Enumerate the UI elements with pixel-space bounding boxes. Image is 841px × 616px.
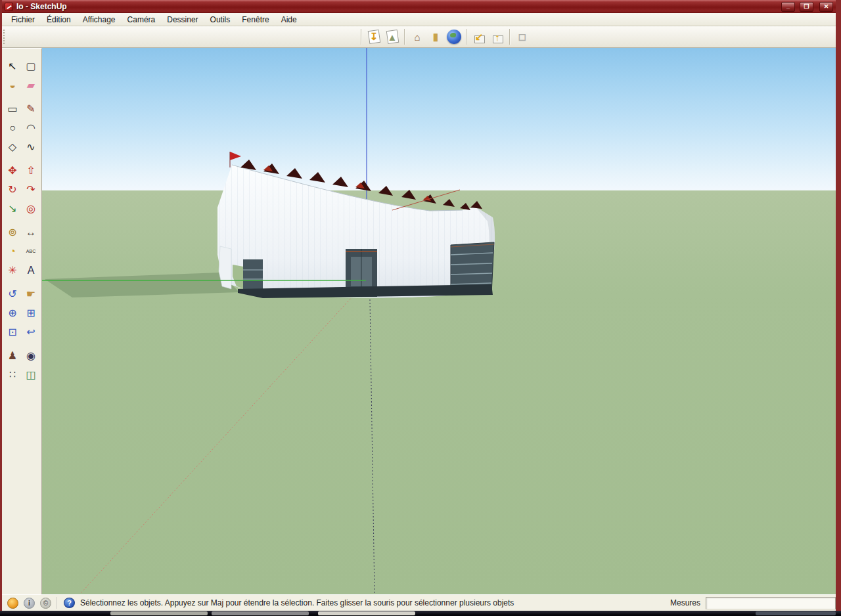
tool-follow-me-button[interactable]: ↷	[22, 180, 40, 199]
zoom-window-icon: ⊞	[26, 308, 35, 319]
model-building[interactable]	[217, 152, 495, 298]
look-around-icon: ◉	[26, 351, 35, 361]
tool-protractor-button[interactable]: ◔	[3, 242, 22, 261]
tool-previous-button[interactable]: ↩	[22, 322, 40, 341]
menu-bar: Fichier Édition Affichage Caméra Dessine…	[2, 13, 836, 26]
tool-make-component-button[interactable]: ▢	[22, 56, 40, 76]
tool-3d-text-button[interactable]: A	[22, 261, 40, 280]
dimension-icon: ↔	[26, 227, 36, 238]
status-bar: i © ? Sélectionnez les objets. Appuyez s…	[2, 594, 836, 611]
axes-icon: ✳	[8, 265, 16, 276]
taskbar-button[interactable]	[110, 611, 208, 615]
tool-dimension-button[interactable]: ↔	[22, 223, 40, 242]
windows-taskbar[interactable]	[0, 611, 841, 616]
taskbar-tray[interactable]	[756, 611, 836, 615]
minimize-button[interactable]: _	[781, 2, 795, 12]
menu-fichier[interactable]: Fichier	[5, 14, 41, 26]
tool-line-button[interactable]: ✎	[22, 99, 40, 118]
credits-icon[interactable]: ©	[40, 598, 51, 609]
model-viewport[interactable]	[42, 48, 836, 594]
sketchup-window: Io - SketchUp _ ❐ ✕ Fichier Édition Affi…	[0, 0, 841, 611]
component-box-icon[interactable]: ◻	[513, 28, 532, 46]
line-icon: ✎	[26, 104, 35, 114]
toolbar-separator	[404, 29, 405, 45]
statusbar-divider	[56, 597, 57, 609]
google-earth-icon[interactable]	[445, 28, 463, 46]
close-button[interactable]: ✕	[819, 2, 833, 12]
toggle-terrain-icon[interactable]: ▲	[383, 28, 401, 46]
3d-text-icon: A	[28, 265, 35, 276]
protractor-icon: ◔	[9, 246, 16, 257]
app-icon	[5, 3, 13, 11]
roof-flag	[230, 152, 241, 160]
taskbar-button[interactable]	[318, 611, 415, 615]
position-camera-icon: ♟	[8, 351, 17, 361]
tool-palette: ↖▢◒▰▭✎○◠◇∿✥⇧↻↷↘◎⊚↔◔ABC✳A↺☛⊕⊞⊡↩♟◉∷◫	[2, 48, 42, 594]
upload-model-icon[interactable]: ↑	[488, 28, 507, 46]
menu-camera[interactable]: Caméra	[122, 14, 162, 26]
tool-look-around-button[interactable]: ◉	[22, 346, 40, 365]
tool-arc-button[interactable]: ◠	[22, 118, 40, 137]
offset-icon: ◎	[26, 204, 35, 214]
menu-edition[interactable]: Édition	[41, 14, 77, 26]
menu-aide[interactable]: Aide	[275, 14, 303, 26]
tool-position-camera-button[interactable]: ♟	[3, 346, 22, 365]
menu-affichage[interactable]: Affichage	[77, 14, 122, 26]
rotate-icon: ↻	[8, 185, 16, 195]
toolbar-drag-handle[interactable]	[3, 30, 6, 44]
tool-freehand-button[interactable]: ∿	[22, 137, 40, 156]
paint-bucket-icon: ◒	[9, 80, 16, 91]
tool-eraser-button[interactable]: ▰	[22, 76, 40, 95]
download-model-icon[interactable]: ↙	[470, 28, 488, 46]
tool-polygon-button[interactable]: ◇	[3, 137, 22, 156]
get-current-view-icon[interactable]: ↧	[365, 28, 383, 46]
taskbar-button[interactable]	[212, 611, 309, 615]
tool-scale-button[interactable]: ↘	[3, 199, 22, 218]
text-icon: ABC	[26, 249, 35, 253]
walk-icon: ∷	[9, 370, 16, 380]
tool-walk-button[interactable]: ∷	[3, 365, 22, 384]
tool-zoom-extents-button[interactable]: ⊡	[3, 322, 22, 341]
previous-icon: ↩	[26, 327, 35, 338]
zoom-icon: ⊕	[8, 308, 16, 319]
tool-paint-bucket-button[interactable]: ◒	[3, 76, 22, 95]
follow-me-icon: ↷	[26, 185, 35, 195]
tool-rectangle-button[interactable]: ▭	[3, 99, 22, 118]
tool-rotate-button[interactable]: ↻	[3, 180, 22, 199]
menu-outils[interactable]: Outils	[204, 14, 237, 26]
tool-zoom-window-button[interactable]: ⊞	[22, 303, 40, 322]
geolocation-icon[interactable]	[7, 598, 18, 609]
tool-tape-measure-button[interactable]: ⊚	[3, 223, 22, 242]
maximize-button[interactable]: ❐	[800, 2, 813, 12]
menu-fenetre[interactable]: Fenêtre	[236, 14, 275, 26]
scale-icon: ↘	[8, 204, 16, 214]
tool-pan-button[interactable]: ☛	[22, 284, 40, 303]
tool-orbit-button[interactable]: ↺	[3, 284, 22, 303]
move-icon: ✥	[8, 165, 16, 176]
place-model-icon[interactable]: ⌂	[408, 28, 426, 46]
menu-dessiner[interactable]: Dessiner	[161, 14, 204, 26]
tool-zoom-button[interactable]: ⊕	[3, 303, 22, 322]
zoom-extents-icon: ⊡	[8, 327, 16, 338]
tool-offset-button[interactable]: ◎	[22, 199, 40, 218]
tool-move-button[interactable]: ✥	[3, 161, 22, 180]
tape-measure-icon: ⊚	[8, 227, 16, 238]
arc-icon: ◠	[26, 123, 35, 133]
tool-axes-button[interactable]: ✳	[3, 261, 22, 280]
select-icon: ↖	[8, 61, 16, 72]
status-message: Sélectionnez les objets. Appuyez sur Maj…	[80, 598, 670, 607]
tool-section-plane-button[interactable]: ◫	[22, 365, 40, 384]
tool-select-button[interactable]: ↖	[3, 56, 22, 76]
help-icon[interactable]: ?	[64, 598, 75, 608]
tool-text-button[interactable]: ABC	[22, 242, 40, 261]
info-icon[interactable]: i	[24, 598, 35, 609]
rectangle-icon: ▭	[7, 104, 17, 114]
tool-push-pull-button[interactable]: ⇧	[22, 161, 40, 180]
circle-icon: ○	[9, 123, 16, 133]
title-bar: Io - SketchUp _ ❐ ✕	[2, 0, 836, 13]
tool-circle-button[interactable]: ○	[3, 118, 22, 137]
push-pull-icon: ⇧	[26, 165, 35, 176]
polygon-icon: ◇	[9, 142, 16, 152]
get-models-icon[interactable]: ▮	[426, 28, 445, 46]
measurements-input[interactable]	[706, 597, 836, 609]
